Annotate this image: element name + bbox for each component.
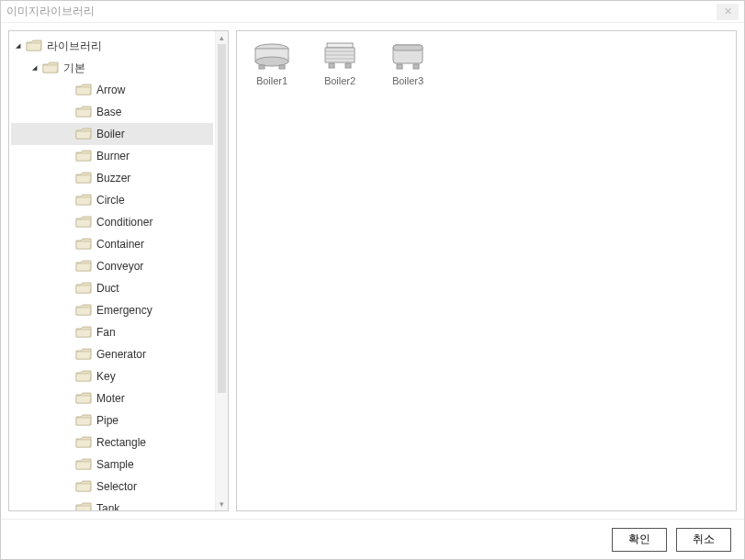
boiler-icon xyxy=(386,40,430,72)
ok-button[interactable]: 확인 xyxy=(612,528,667,552)
folder-icon xyxy=(75,392,92,405)
folder-icon xyxy=(42,62,59,74)
tree-item-label: Circle xyxy=(96,194,125,207)
tree-item-sample[interactable]: Sample xyxy=(11,454,213,476)
folder-icon xyxy=(75,260,92,273)
tree-item-burner[interactable]: Burner xyxy=(11,145,213,167)
scroll-down-icon[interactable]: ▾ xyxy=(216,498,228,510)
tree-item-label: 라이브러리 xyxy=(47,39,102,54)
svg-rect-3 xyxy=(259,65,265,69)
tree-item-label: Boiler xyxy=(96,128,125,140)
folder-icon xyxy=(75,150,92,162)
thumbnail-item[interactable]: Boiler2 xyxy=(314,40,366,86)
folder-icon xyxy=(75,348,92,361)
tree-item-rectangle[interactable]: Rectangle xyxy=(11,431,213,454)
folder-icon xyxy=(75,216,92,229)
tree-item-label: Fan xyxy=(96,326,116,339)
thumbnail-label: Boiler2 xyxy=(324,75,356,86)
svg-rect-10 xyxy=(329,63,334,68)
tree-item-label: Emergency xyxy=(96,304,152,317)
folder-icon xyxy=(75,326,92,339)
folder-icon xyxy=(75,84,92,96)
tree-item-label: 기본 xyxy=(63,61,85,76)
folder-icon xyxy=(75,370,92,383)
close-icon: ✕ xyxy=(724,6,732,17)
folder-icon xyxy=(75,172,92,185)
tree-item-fan[interactable]: Fan xyxy=(11,321,213,343)
boiler-icon xyxy=(318,40,362,72)
tree-item-라이브러리[interactable]: ◢라이브러리 xyxy=(11,35,213,57)
tree-panel: ◢라이브러리◢기본ArrowBaseBoilerBurnerBuzzerCirc… xyxy=(8,30,229,511)
tree-item-label: Base xyxy=(96,106,121,118)
scroll-up-icon[interactable]: ▴ xyxy=(216,31,228,44)
thumbnail-label: Boiler1 xyxy=(256,75,288,86)
thumbnail-label: Boiler3 xyxy=(392,75,423,86)
tree-item-base[interactable]: Base xyxy=(11,101,213,123)
tree-item-generator[interactable]: Generator xyxy=(11,343,213,365)
tree-item-label: Key xyxy=(96,370,116,383)
tree-item-label: Arrow xyxy=(96,84,125,96)
folder-icon xyxy=(75,128,92,140)
folder-icon xyxy=(75,436,92,449)
tree-item-conveyor[interactable]: Conveyor xyxy=(11,255,213,277)
folder-icon xyxy=(75,502,92,510)
tree-item-label: Sample xyxy=(96,458,134,471)
tree-item-moter[interactable]: Moter xyxy=(11,387,213,409)
tree-item-duct[interactable]: Duct xyxy=(11,277,213,299)
tree-item-tank[interactable]: Tank xyxy=(11,498,213,510)
tree-item-key[interactable]: Key xyxy=(11,365,213,387)
content-area: ◢라이브러리◢기본ArrowBaseBoilerBurnerBuzzerCirc… xyxy=(1,23,744,519)
scrollbar-thumb[interactable] xyxy=(218,44,226,393)
svg-rect-11 xyxy=(345,63,351,68)
tree-expand-icon[interactable]: ◢ xyxy=(14,42,23,50)
svg-rect-4 xyxy=(279,65,285,69)
folder-icon xyxy=(75,304,92,317)
folder-icon xyxy=(75,106,92,118)
tree-item-label: Container xyxy=(96,238,144,251)
tree-item-selector[interactable]: Selector xyxy=(11,476,213,498)
titlebar: 이미지라이브러리 ✕ xyxy=(1,1,744,23)
tree-item-container[interactable]: Container xyxy=(11,233,213,255)
cancel-button[interactable]: 취소 xyxy=(676,528,731,552)
close-button[interactable]: ✕ xyxy=(717,4,739,20)
folder-icon xyxy=(75,194,92,207)
button-bar: 확인 취소 xyxy=(1,519,744,559)
tree-item-pipe[interactable]: Pipe xyxy=(11,409,213,431)
tree-item-label: Burner xyxy=(96,150,130,162)
tree-item-circle[interactable]: Circle xyxy=(11,189,213,211)
tree-item-기본[interactable]: ◢기본 xyxy=(11,57,213,79)
folder-icon xyxy=(75,238,92,251)
tree-item-conditioner[interactable]: Conditioner xyxy=(11,211,213,233)
image-library-dialog: 이미지라이브러리 ✕ ◢라이브러리◢기본ArrowBaseBoilerBurne… xyxy=(0,0,745,560)
tree-item-arrow[interactable]: Arrow xyxy=(11,79,213,101)
tree-item-label: Selector xyxy=(96,480,137,493)
tree-item-label: Tank xyxy=(96,502,119,510)
tree-item-label: Pipe xyxy=(96,414,119,427)
folder-icon xyxy=(75,480,92,493)
thumbnail-grid: Boiler1Boiler2Boiler3 xyxy=(246,40,727,86)
boiler-icon xyxy=(250,40,294,72)
folder-icon xyxy=(75,282,92,295)
folder-icon xyxy=(75,458,92,471)
tree-item-label: Rectangle xyxy=(96,436,146,449)
tree-item-buzzer[interactable]: Buzzer xyxy=(11,167,213,189)
tree-item-label: Conditioner xyxy=(96,216,152,229)
tree-view[interactable]: ◢라이브러리◢기본ArrowBaseBoilerBurnerBuzzerCirc… xyxy=(9,31,215,510)
svg-rect-14 xyxy=(397,64,402,69)
folder-icon xyxy=(26,39,42,52)
folder-icon xyxy=(75,414,92,427)
tree-item-label: Buzzer xyxy=(96,172,130,185)
thumbnail-item[interactable]: Boiler1 xyxy=(246,40,298,86)
tree-item-boiler[interactable]: Boiler xyxy=(11,123,213,145)
tree-item-emergency[interactable]: Emergency xyxy=(11,299,213,321)
scrollbar[interactable]: ▴ ▾ xyxy=(215,31,228,510)
tree-item-label: Duct xyxy=(96,282,119,295)
tree-expand-icon[interactable]: ◢ xyxy=(30,64,40,72)
svg-rect-5 xyxy=(327,43,353,48)
thumbnail-item[interactable]: Boiler3 xyxy=(382,40,434,86)
thumbnail-panel: Boiler1Boiler2Boiler3 xyxy=(236,30,737,511)
svg-rect-13 xyxy=(393,45,423,50)
tree-item-label: Moter xyxy=(96,392,125,405)
window-title: 이미지라이브러리 xyxy=(6,4,717,19)
tree-item-label: Generator xyxy=(96,348,146,361)
